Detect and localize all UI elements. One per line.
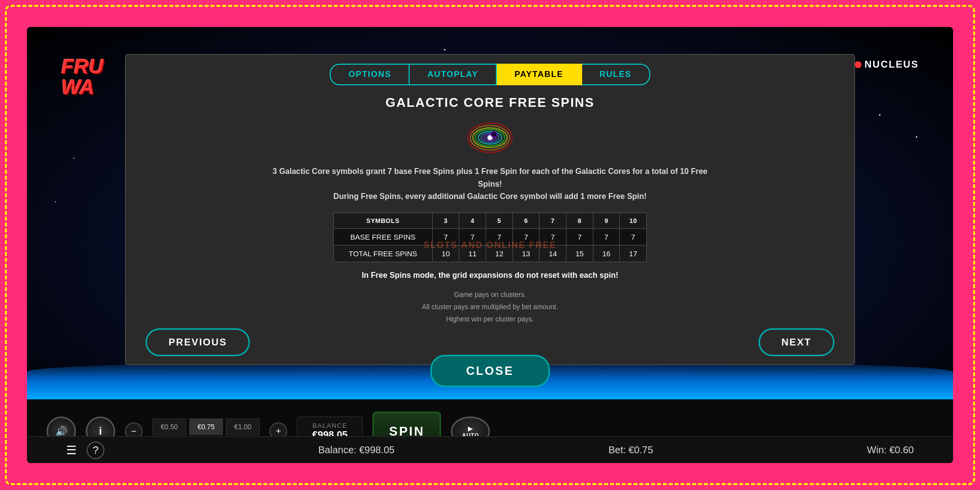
galaxy-icon (463, 118, 517, 157)
table-cell-base-9: 7 (593, 228, 620, 245)
side-note-2: All cluster pays are multiplied by bet a… (422, 303, 558, 311)
status-bar: ☰ ? Balance: €998.05 Bet: €0.75 Win: €0.… (27, 436, 953, 463)
table-header-8: 8 (566, 213, 593, 228)
nucleus-dot (855, 61, 861, 68)
table-row-total: TOTAL FREE SPINS 10 11 12 13 14 15 16 17 (334, 245, 647, 262)
description-line1: 3 Galactic Core symbols grant 7 base Fre… (272, 167, 707, 188)
table-cell-base-6: 7 (513, 228, 539, 245)
table-row-base: BASE FREE SPINS 7 7 7 7 7 7 7 7 (334, 228, 647, 245)
nucleus-logo: NUCLEUS (855, 59, 919, 70)
table-header-4: 4 (459, 213, 486, 228)
tab-rules[interactable]: RULES (582, 64, 650, 85)
spins-table: SYMBOLS 3 4 5 6 7 8 9 10 BASE FREE SPINS (333, 213, 647, 262)
table-cell-base-5: 7 (486, 228, 513, 245)
table-header-7: 7 (539, 213, 566, 228)
bet-option-2: €0.75 (189, 418, 223, 435)
bet-status-label: Bet: (609, 444, 626, 455)
description-line2: During Free Spins, every additional Gala… (333, 192, 646, 200)
table-header-5: 5 (486, 213, 513, 228)
side-notes: Game pays on clusters. All cluster pays … (150, 289, 830, 323)
win-status-label: Win: (867, 444, 886, 455)
bet-status: Bet: €0.75 (609, 444, 653, 456)
bet-slider: €0.50 €0.75 €1.00 (152, 418, 260, 435)
table-cell-total-4: 11 (459, 245, 486, 262)
table-cell-base-8: 7 (566, 228, 593, 245)
table-cell-total-8: 15 (566, 245, 593, 262)
balance-status-label: Balance: (318, 444, 356, 455)
table-cell-total-7: 14 (539, 245, 566, 262)
table-cell-total-9: 16 (593, 245, 620, 262)
tab-options[interactable]: OPTIONS (330, 64, 410, 85)
table-cell-total-label: TOTAL FREE SPINS (334, 245, 433, 262)
modal-title: GALACTIC CORE FREE SPINS (150, 95, 830, 110)
balance-status-value: €998.05 (359, 444, 394, 455)
table-header-symbols: SYMBOLS (334, 213, 433, 228)
tab-paytable[interactable]: PAYTABLE (497, 64, 582, 85)
game-logo: FRU WA (61, 56, 103, 98)
win-status: Win: €0.60 (867, 444, 914, 456)
modal-content: GALACTIC CORE FREE SPINS (126, 85, 854, 323)
table-cell-total-10: 17 (620, 245, 647, 262)
table-header-10: 10 (620, 213, 647, 228)
table-cell-total-6: 13 (513, 245, 539, 262)
close-button[interactable]: CLOSE (430, 355, 550, 387)
game-container: FRU WA NUCLEUS OPTIONS AUTOPLAY PAYTABLE… (27, 27, 953, 463)
next-button[interactable]: NEXT (759, 328, 834, 356)
table-cell-base-7: 7 (539, 228, 566, 245)
tab-bar: OPTIONS AUTOPLAY PAYTABLE RULES (126, 55, 854, 85)
svg-point-9 (491, 131, 497, 137)
table-header-3: 3 (432, 213, 459, 228)
grid-note: In Free Spins mode, the grid expansions … (150, 271, 830, 280)
table-cell-total-3: 10 (432, 245, 459, 262)
logo-line1: FRU (61, 56, 103, 77)
table-cell-total-5: 12 (486, 245, 513, 262)
bet-option-1: €0.50 (152, 418, 186, 435)
description-text: 3 Galactic Core symbols grant 7 base Fre… (270, 165, 710, 203)
sound-icon: 🔊 (55, 425, 68, 437)
side-note-1: Game pays on clusters. (454, 291, 526, 298)
nucleus-text: NUCLEUS (864, 59, 919, 70)
balance-label-bar: BALANCE (313, 422, 347, 429)
previous-button[interactable]: PREVIOUS (146, 328, 250, 356)
table-cell-base-3: 7 (432, 228, 459, 245)
galaxy-icon-container (150, 118, 830, 157)
help-button[interactable]: ? (87, 441, 104, 459)
paytable-modal: OPTIONS AUTOPLAY PAYTABLE RULES GALACTIC… (125, 54, 855, 365)
play-icon: ▶ (468, 425, 473, 432)
table-header-9: 9 (593, 213, 620, 228)
win-status-value: €0.60 (889, 444, 914, 455)
bet-option-3: €1.00 (226, 418, 260, 435)
table-cell-base-10: 7 (620, 228, 647, 245)
table-cell-base-4: 7 (459, 228, 486, 245)
hamburger-button[interactable]: ☰ (66, 443, 77, 457)
table-header-6: 6 (513, 213, 539, 228)
table-cell-base-label: BASE FREE SPINS (334, 228, 433, 245)
side-note-3: Highest win per cluster pays. (446, 315, 534, 323)
balance-status: Balance: €998.05 (318, 444, 394, 456)
tab-autoplay[interactable]: AUTOPLAY (410, 64, 497, 85)
bet-status-value: €0.75 (629, 444, 653, 455)
logo-line2: WA (61, 77, 103, 98)
